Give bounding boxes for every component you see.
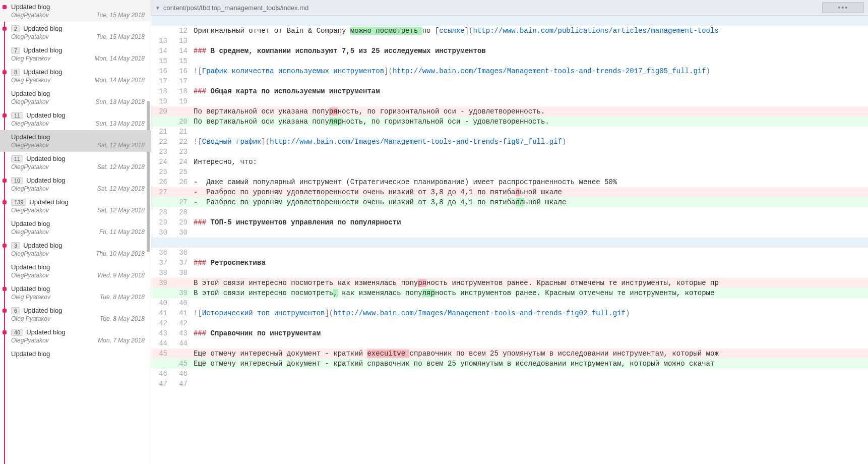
line-number-old: 16 [151,66,171,76]
commit-badge: 10 [11,177,23,184]
commit-item[interactable]: Updated blogOlegPyatakovFri, 11 May 2018 [0,217,151,239]
commit-date: Tue, 15 May 2018 [96,33,145,40]
line-number-old: 15 [151,56,171,66]
diff-line: 2121 [151,127,868,137]
commit-item[interactable]: 7Updated blogOleg PyatakovMon, 14 May 20… [0,43,151,65]
diff-content: По вертикальной оси указана популярность… [192,117,868,127]
collapse-arrow-icon[interactable]: ▼ [155,5,160,11]
commit-item[interactable]: 10Updated blogOlegPyatakovSat, 12 May 20… [0,173,151,195]
line-number-old: 21 [151,127,171,137]
commit-dot-icon [3,287,7,291]
commit-date: Mon, 14 May 2018 [95,55,145,62]
line-number-old: 25 [151,167,171,177]
commit-title: Updated blog [23,46,62,54]
commit-meta: OlegPyatakovSat, 12 May 2018 [11,185,145,192]
diff-content: ![График количества используемых инструм… [192,66,868,76]
diff-line: 45Еще отмечу интересный документ - кратк… [151,359,868,369]
line-number-new: 26 [171,177,192,187]
commit-item[interactable]: 139Updated blogOlegPyatakovSat, 12 May 2… [0,195,151,217]
commit-title-row: 11Updated blog [11,155,145,162]
commit-title-row: 10Updated blog [11,177,145,184]
commit-meta: OlegPyatakovSun, 13 May 2018 [11,98,145,105]
commit-item[interactable]: 8Updated blogOleg PyatakovMon, 14 May 20… [0,65,151,87]
commit-date: Sat, 12 May 2018 [97,142,145,149]
line-number-new: 42 [171,318,192,328]
commit-date: Thu, 10 May 2018 [96,250,145,257]
commit-title-row: Updated blog [11,285,145,293]
diff-line: 20По вертикальной оси указана популярнос… [151,117,868,127]
diff-line: 4141![Исторический топ инструментов](htt… [151,308,868,318]
commit-dot-icon [3,309,7,313]
commit-title: Updated blog [11,350,50,358]
commit-meta: OlegPyatakovMon, 7 May 2018 [11,337,145,344]
line-number-old: 42 [151,318,171,328]
diff-line: 4242 [151,318,868,328]
diff-line: 27- Разброс по уровням удовлетворенности… [151,197,868,207]
line-number-old: 26 [151,177,171,187]
commit-date: Sun, 13 May 2018 [96,98,145,105]
line-number-old: 17 [151,76,171,86]
line-number-new: 40 [171,298,192,308]
line-number-old: 40 [151,298,171,308]
file-path: content/post/tbd top_management_tools/in… [163,4,822,12]
diff-content [192,76,868,86]
line-number-old: 39 [151,278,171,288]
line-number-old: 14 [151,46,171,56]
line-number-new: 43 [171,328,192,338]
line-number-old [151,197,171,207]
commit-item[interactable]: 2Updated blogOlegPyatakovTue, 15 May 201… [0,22,151,43]
diff-line: 4646 [151,369,868,379]
commit-title-row: 7Updated blog [11,46,145,54]
commit-item[interactable]: 11Updated blogOlegPyatakovSat, 12 May 20… [0,152,151,173]
commit-item[interactable]: 3Updated blogOlegPyatakovThu, 10 May 201… [0,239,151,260]
line-number-new: 24 [171,157,192,167]
line-number-new: 38 [171,268,192,278]
line-number-new: 14 [171,46,192,56]
commit-item[interactable]: Updated blogOleg PyatakovTue, 8 May 2018 [0,282,151,304]
commit-item[interactable]: 40Updated blogOlegPyatakovMon, 7 May 201… [0,325,151,347]
line-number-new: 28 [171,207,192,217]
commit-title: Updated blog [26,155,65,162]
commit-item[interactable]: Updated blogOlegPyatakovSun, 13 May 2018 [0,87,151,108]
commit-item[interactable]: Updated blogOlegPyatakovSat, 12 May 2018 [0,130,151,152]
line-number-new: 15 [171,56,192,66]
diff-content: ### Справочник по инструментам [192,328,868,338]
diff-content [192,268,868,278]
commit-item[interactable]: Updated blogOlegPyatakovTue, 15 May 2018 [0,0,151,22]
commit-date: Sat, 12 May 2018 [97,185,145,192]
line-number-old: 28 [151,207,171,217]
commit-sidebar: Updated blogOlegPyatakovTue, 15 May 2018… [0,0,151,464]
commit-meta: Oleg PyatakovTue, 8 May 2018 [11,294,145,301]
commit-author: Oleg Pyatakov [11,55,50,62]
commit-item[interactable]: 11Updated blogOlegPyatakovSun, 13 May 20… [0,108,151,130]
commit-dot-icon [3,200,7,204]
diff-content: Еще отмечу интересный документ - краткий… [192,349,868,359]
line-number-new [171,349,192,359]
commit-title: Updated blog [26,177,65,184]
commit-title: Updated blog [26,111,65,119]
diff-line: 4444 [151,338,868,349]
diff-line: 1818### Общая карта по используемым инст… [151,86,868,96]
commit-title-row: Updated blog [11,350,145,358]
file-menu-button[interactable]: ••• [822,2,864,13]
diff-content: ### В среднем, компании используют 7,5 и… [192,46,868,56]
diff-area[interactable]: 12Оригинальный отчет от Bain & Company м… [151,16,868,464]
commit-meta: Oleg PyatakovMon, 14 May 2018 [11,55,145,62]
commit-date: Mon, 7 May 2018 [98,337,145,344]
commit-item[interactable]: 6Updated blogOleg PyatakovTue, 8 May 201… [0,304,151,325]
diff-content [192,338,868,349]
file-header[interactable]: ▼ content/post/tbd top_management_tools/… [151,0,868,16]
diff-panel: ▼ content/post/tbd top_management_tools/… [151,0,868,464]
line-number-old: 43 [151,328,171,338]
line-number-new: 36 [171,248,192,258]
commit-item[interactable]: Updated blogOlegPyatakovWed, 9 May 2018 [0,260,151,282]
diff-content [192,167,868,177]
commit-title: Updated blog [11,285,50,293]
commit-item[interactable]: Updated blog [0,347,151,362]
commit-meta: OlegPyatakovTue, 15 May 2018 [11,12,145,19]
diff-line: 4040 [151,298,868,308]
diff-line: 1313 [151,36,868,46]
commit-meta: OlegPyatakovSun, 13 May 2018 [11,120,145,127]
diff-line [151,16,868,26]
line-number-old [151,117,171,127]
